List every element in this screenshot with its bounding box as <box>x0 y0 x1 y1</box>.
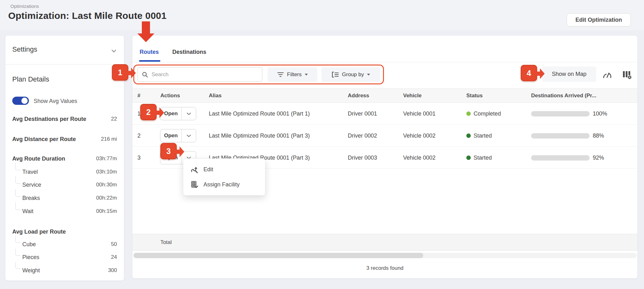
stat-avg-distance: Avg Distance per Route 216 mi <box>12 135 117 143</box>
columns-gear-icon <box>622 70 632 79</box>
tabs-divider <box>132 62 637 62</box>
row-status: Completed <box>466 103 501 125</box>
badge-number: 4 <box>527 69 531 78</box>
stat-wait: Wait 00h:15m <box>22 207 117 215</box>
filter-icon <box>277 72 284 77</box>
row-num: 3 <box>137 147 141 169</box>
tab-destinations[interactable]: Destinations <box>172 49 206 55</box>
group-by-button[interactable]: Group by <box>321 67 380 82</box>
col-alias[interactable]: Alias <box>209 89 222 102</box>
row-progress: 92% <box>531 147 604 169</box>
row-vehicle: Vehicle 0002 <box>403 147 436 169</box>
stat-label: Avg Destinations per Route <box>12 116 86 122</box>
stat-value: 216 mi <box>101 136 117 142</box>
stat-value: 300 <box>108 267 117 274</box>
dashboard-gauge-button[interactable] <box>600 68 614 81</box>
stat-value: 24 <box>111 254 117 260</box>
badge-number: 2 <box>146 108 151 117</box>
toggle-knob <box>21 98 28 104</box>
annotation-badge-4: 4 <box>521 65 537 81</box>
scrollbar-thumb[interactable] <box>134 253 423 258</box>
stat-value: 03h:10m <box>96 169 117 175</box>
stat-avg-destinations: Avg Destinations per Route 22 <box>12 115 117 123</box>
badge-number: 1 <box>118 68 122 77</box>
routes-panel: Routes Destinations Filters Group by Sho… <box>132 35 638 279</box>
status-label: Started <box>474 155 492 161</box>
filters-label: Filters <box>287 71 302 78</box>
stat-label: Travel <box>22 169 38 175</box>
assign-facility-icon <box>190 180 198 189</box>
search-input[interactable] <box>152 71 252 78</box>
menu-item-label: Edit <box>203 166 213 173</box>
stat-value: 22 <box>111 116 117 122</box>
col-vehicle[interactable]: Vehicle <box>403 89 422 102</box>
table-total-row: Total <box>132 234 637 251</box>
tree-connector <box>15 262 20 269</box>
stat-value: 00h:15m <box>96 208 117 214</box>
stat-cube: Cube 50 <box>22 240 117 248</box>
menu-item-assign-facility[interactable]: Assign Facility <box>183 177 265 192</box>
records-found: 3 records found <box>132 261 637 276</box>
caret-down-icon <box>367 74 370 76</box>
table-row[interactable]: 2 Open Last Mile Optimized Route 0001 (P… <box>132 125 637 147</box>
row-vehicle: Vehicle 0002 <box>403 125 436 147</box>
progress-percent: 100% <box>593 110 607 117</box>
stat-label: Wait <box>22 208 33 215</box>
stat-label: Avg Route Duration <box>12 156 65 162</box>
open-split-button[interactable]: Open <box>160 107 196 120</box>
annotation-badge-3: 3 <box>160 143 177 159</box>
table-row[interactable]: 1 Open Last Mile Optimized Route 0001 (P… <box>132 103 637 125</box>
open-button[interactable]: Open <box>160 107 182 120</box>
edit-route-icon <box>190 165 198 173</box>
stat-value: 50 <box>111 241 117 247</box>
col-num[interactable]: # <box>137 89 140 102</box>
tree-connector <box>15 163 20 170</box>
search-input-wrap[interactable] <box>137 67 262 82</box>
tab-routes[interactable]: Routes <box>140 49 159 55</box>
annotation-badge-1: 1 <box>112 64 128 81</box>
col-destinations-arrived[interactable]: Destinations Arrived (Pr... <box>531 89 596 102</box>
row-vehicle: Vehicle 0001 <box>403 103 436 125</box>
col-actions[interactable]: Actions <box>160 89 180 102</box>
stat-label: Pieces <box>22 254 39 261</box>
gauge-icon <box>602 71 612 79</box>
divider <box>5 64 124 65</box>
progress-bar <box>531 155 590 161</box>
show-on-map-button[interactable]: Show on Map <box>542 66 596 82</box>
column-settings-button[interactable] <box>619 68 635 82</box>
stat-avg-duration: Avg Route Duration 03h:77m <box>12 155 117 163</box>
menu-item-edit[interactable]: Edit <box>183 162 265 177</box>
progress-bar <box>531 111 590 116</box>
status-label: Started <box>474 133 492 139</box>
show-on-map-label: Show on Map <box>552 71 586 77</box>
stat-label: Weight <box>22 267 40 274</box>
stat-label: Service <box>22 182 41 188</box>
row-actions-chevron[interactable] <box>182 129 196 142</box>
chevron-down-icon[interactable] <box>111 49 116 53</box>
stat-service: Service 00h:30m <box>22 181 117 189</box>
stat-breaks: Breaks 00h:22m <box>22 194 117 202</box>
tree-connector <box>15 202 20 210</box>
edit-optimization-button[interactable]: Edit Optimization <box>567 13 631 26</box>
open-button[interactable]: Open <box>160 129 182 142</box>
col-status[interactable]: Status <box>466 89 483 102</box>
open-split-button[interactable]: Open <box>160 129 196 142</box>
progress-percent: 92% <box>593 155 604 161</box>
stat-value: 00h:22m <box>96 195 117 201</box>
row-address: Driver 0002 <box>348 125 377 147</box>
row-actions-chevron[interactable] <box>182 107 196 120</box>
stat-label: Avg Distance per Route <box>12 136 76 143</box>
breadcrumb[interactable]: Optimizations <box>10 3 39 9</box>
active-tab-underline <box>139 60 160 62</box>
col-address[interactable]: Address <box>348 89 369 102</box>
show-avg-values-toggle[interactable] <box>12 97 29 105</box>
stat-travel: Travel 03h:10m <box>22 168 117 176</box>
tree-connector <box>15 236 20 243</box>
badge-number: 3 <box>166 147 171 156</box>
settings-section-title[interactable]: Settings <box>12 45 37 54</box>
group-by-icon <box>331 71 339 78</box>
horizontal-scrollbar[interactable] <box>133 253 637 258</box>
stat-label: Cube <box>22 241 36 248</box>
stat-label: Breaks <box>22 195 40 201</box>
filters-button[interactable]: Filters <box>268 67 317 82</box>
